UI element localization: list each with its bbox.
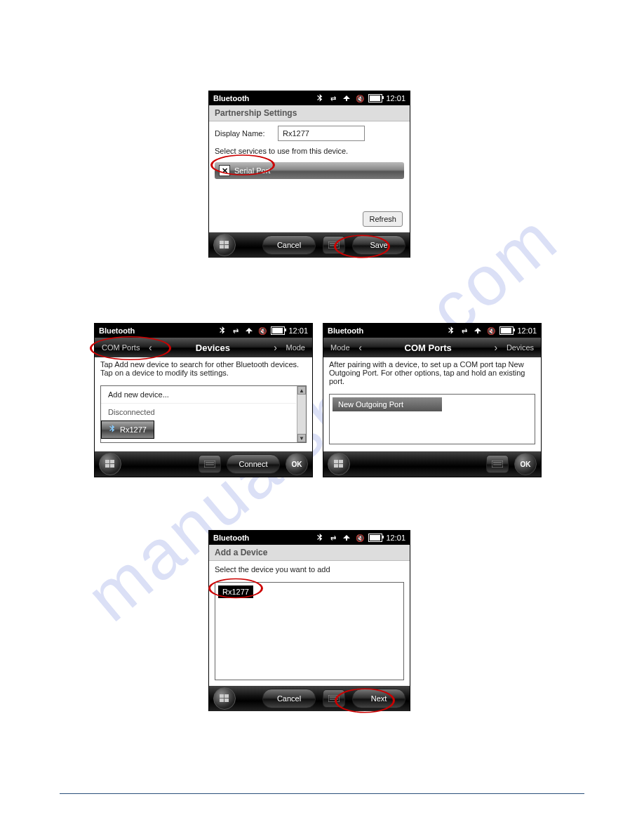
bluetooth-icon [446,326,456,336]
svg-rect-15 [339,460,343,463]
start-button[interactable] [99,453,121,475]
tab-devices[interactable]: Devices [156,343,269,353]
arrow-right-icon[interactable]: › [269,342,281,353]
title-bar: Bluetooth ⇄ 🔇 12:01 [209,91,410,105]
devices-list: Add new device... Disconnected Rx1277 ▲ … [100,385,307,443]
footer-rule [60,793,584,794]
app-title: Bluetooth [213,534,315,542]
screen-com-ports: Bluetooth ⇄ 🔇 12:01 Mode ‹ COM Ports › D… [323,323,542,477]
scroll-down-icon[interactable]: ▼ [297,434,306,442]
screen-add-a-device: Bluetooth ⇄ 🔇 12:01 Add a Device Select … [208,530,410,711]
keyboard-button[interactable] [486,455,509,473]
document-page: manualshive.com Bluetooth ⇄ 🔇 12:01 Part… [0,0,644,834]
svg-rect-7 [105,460,109,463]
device-row-rx1277[interactable]: Rx1277 [101,421,154,439]
volume-icon: 🔇 [486,326,496,336]
cancel-button[interactable]: Cancel [262,235,316,255]
keyboard-button[interactable] [323,236,345,254]
screen-partnership-settings: Bluetooth ⇄ 🔇 12:01 Partnership Settings… [208,91,410,258]
section-header: Add a Device [209,545,410,561]
add-device-instruction: Select the device you want to add [209,561,410,578]
status-area: ⇄ 🔇 12:01 [217,326,308,336]
bottom-toolbar: Cancel Save [209,232,410,258]
sync-icon: ⇄ [459,326,469,336]
service-serial-port[interactable]: ✕ Serial Port [215,162,404,179]
start-button[interactable] [328,453,350,475]
keyboard-button[interactable] [199,455,221,473]
section-header: Partnership Settings [209,105,410,121]
content-area: Display Name: Rx1277 Select services to … [209,121,410,232]
next-button[interactable]: Next [352,689,405,708]
add-new-device[interactable]: Add new device... [101,386,296,403]
bottom-toolbar: Connect OK [95,451,312,477]
connect-button[interactable]: Connect [227,454,280,474]
arrow-right-icon[interactable]: › [490,342,502,353]
svg-rect-0 [220,241,224,244]
svg-rect-10 [110,464,114,468]
clock: 12:01 [288,326,308,335]
save-button[interactable]: Save [352,235,405,255]
volume-icon: 🔇 [257,326,267,336]
ok-button[interactable]: OK [514,453,537,475]
svg-rect-8 [110,460,114,463]
devices-instruction: Tap Add new device to search for other B… [95,357,312,381]
status-area: ⇄ 🔇 12:01 [315,533,405,543]
clock: 12:01 [517,326,537,335]
status-area: ⇄ 🔇 12:01 [446,326,537,336]
new-outgoing-port[interactable]: New Outgoing Port [333,397,442,411]
display-name-row: Display Name: Rx1277 [209,121,410,145]
signal-icon [473,326,483,336]
svg-rect-18 [492,461,503,468]
tab-mode[interactable]: Mode [326,343,354,352]
com-ports-instruction: After pairing with a device, to set up a… [323,357,541,390]
clock: 12:01 [386,534,405,542]
start-button[interactable] [213,687,236,710]
bluetooth-icon [315,93,325,103]
tab-mode[interactable]: Mode [281,343,309,352]
services-instruction: Select services to use from this device. [209,145,410,159]
svg-rect-24 [224,699,229,702]
signal-icon [342,533,351,543]
app-title: Bluetooth [99,326,217,335]
sync-icon: ⇄ [328,533,338,543]
screen-devices: Bluetooth ⇄ 🔇 12:01 COM Ports ‹ Devices … [94,323,313,477]
scroll-up-icon[interactable]: ▲ [297,386,306,395]
battery-icon [368,534,382,542]
keyboard-button[interactable] [323,689,345,708]
device-row-rx1277[interactable]: Rx1277 [218,585,253,598]
svg-rect-3 [224,245,229,249]
ok-button[interactable]: OK [286,453,308,475]
svg-rect-4 [328,241,340,249]
scrollbar[interactable]: ▲ ▼ [297,386,306,442]
refresh-button[interactable]: Refresh [363,211,403,227]
bluetooth-icon [315,533,325,543]
svg-rect-1 [224,241,229,244]
arrow-left-icon[interactable]: ‹ [354,342,367,353]
svg-rect-23 [220,699,224,702]
start-button[interactable] [213,234,236,256]
tab-com-ports[interactable]: COM Ports [98,343,144,352]
tab-bar: COM Ports ‹ Devices › Mode [95,338,312,357]
svg-rect-22 [224,694,229,698]
serial-port-label: Serial Port [234,166,270,175]
content-area: Tap Add new device to search for other B… [95,357,312,451]
volume-icon: 🔇 [355,533,365,543]
battery-icon [271,326,285,335]
tab-devices[interactable]: Devices [502,343,538,352]
sync-icon: ⇄ [328,93,338,103]
app-title: Bluetooth [213,94,315,102]
svg-rect-25 [328,695,340,702]
svg-rect-21 [220,694,224,698]
content-area: Select the device you want to add Rx1277 [209,561,410,686]
tab-com-ports[interactable]: COM Ports [367,343,490,353]
svg-rect-14 [334,460,338,463]
group-disconnected: Disconnected [101,403,296,421]
serial-port-checkbox[interactable]: ✕ [219,165,230,176]
title-bar: Bluetooth ⇄ 🔇 12:01 [209,531,410,545]
device-name: Rx1277 [120,425,147,434]
arrow-left-icon[interactable]: ‹ [144,342,156,353]
title-bar: Bluetooth ⇄ 🔇 12:01 [323,324,541,338]
display-name-label: Display Name: [215,129,278,138]
display-name-input[interactable]: Rx1277 [278,126,365,141]
cancel-button[interactable]: Cancel [262,689,316,708]
